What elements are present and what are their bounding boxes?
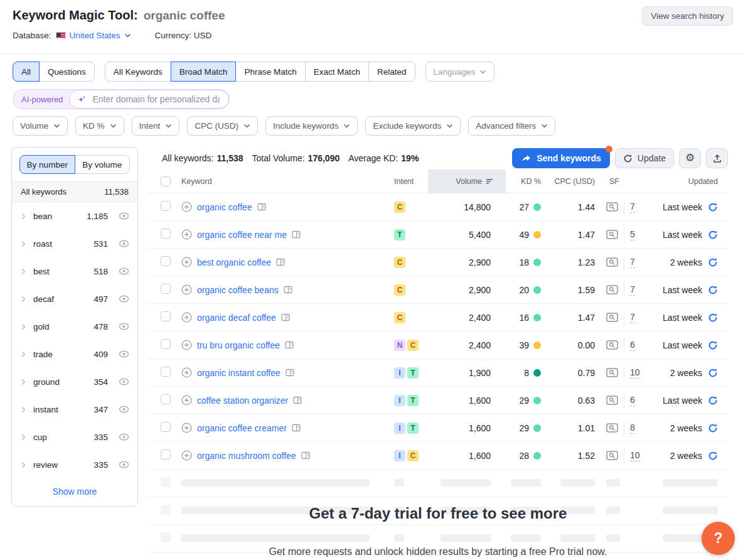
keyword-link[interactable]: coffee station organizer bbox=[197, 396, 288, 406]
sidebar-toggle-by-volume[interactable]: By volume bbox=[75, 155, 131, 174]
eye-icon[interactable] bbox=[119, 212, 129, 220]
refresh-metrics-icon[interactable] bbox=[708, 368, 718, 378]
snippet-preview-icon[interactable] bbox=[284, 286, 292, 294]
row-checkbox[interactable] bbox=[161, 394, 171, 404]
serp-features-icon[interactable] bbox=[606, 368, 618, 377]
eye-icon[interactable] bbox=[119, 377, 129, 386]
chevron-right-icon[interactable] bbox=[20, 406, 27, 413]
keyword-link[interactable]: organic coffee near me bbox=[197, 230, 287, 240]
column-header-updated[interactable]: Updated bbox=[648, 170, 728, 193]
snippet-preview-icon[interactable] bbox=[257, 203, 266, 211]
add-keyword-icon[interactable] bbox=[181, 312, 192, 323]
row-checkbox[interactable] bbox=[161, 284, 171, 294]
filter-cpc-usd-[interactable]: CPC (USD) bbox=[187, 116, 258, 136]
sidebar-toggle-by-number[interactable]: By number bbox=[19, 155, 75, 174]
select-all-checkbox[interactable] bbox=[161, 176, 171, 186]
serp-features-icon[interactable] bbox=[606, 396, 618, 405]
chevron-right-icon[interactable] bbox=[20, 461, 27, 468]
serp-features-icon[interactable] bbox=[606, 230, 618, 239]
sidebar-all-keywords-row[interactable]: All keywords 11,538 bbox=[12, 181, 137, 202]
eye-icon[interactable] bbox=[119, 267, 129, 276]
sf-count[interactable]: 8 bbox=[630, 423, 635, 434]
sf-count[interactable]: 7 bbox=[630, 312, 635, 323]
sf-count[interactable]: 7 bbox=[630, 202, 635, 213]
eye-icon[interactable] bbox=[119, 460, 129, 469]
chevron-right-icon[interactable] bbox=[20, 213, 27, 220]
add-keyword-icon[interactable] bbox=[181, 202, 192, 212]
sf-count[interactable]: 10 bbox=[630, 367, 640, 379]
refresh-metrics-icon[interactable] bbox=[708, 257, 718, 267]
row-checkbox[interactable] bbox=[161, 422, 171, 432]
chevron-right-icon[interactable] bbox=[20, 434, 27, 441]
refresh-metrics-icon[interactable] bbox=[708, 202, 718, 212]
snippet-preview-icon[interactable] bbox=[301, 451, 310, 460]
view-search-history-button[interactable]: View search history bbox=[642, 6, 733, 26]
eye-icon[interactable] bbox=[119, 433, 129, 441]
column-header-volume[interactable]: Volume bbox=[428, 170, 506, 193]
show-more-link[interactable]: Show more bbox=[12, 478, 137, 506]
column-header-kd[interactable]: KD % bbox=[506, 170, 546, 193]
tab-questions[interactable]: Questions bbox=[39, 62, 95, 82]
column-header-sf[interactable]: SF bbox=[601, 170, 648, 193]
snippet-preview-icon[interactable] bbox=[292, 230, 301, 239]
sf-count[interactable]: 10 bbox=[630, 450, 640, 461]
add-keyword-icon[interactable] bbox=[181, 367, 192, 378]
chevron-right-icon[interactable] bbox=[20, 240, 27, 247]
sidebar-group-review[interactable]: review335 bbox=[12, 451, 137, 478]
eye-icon[interactable] bbox=[119, 239, 129, 248]
row-checkbox[interactable] bbox=[161, 229, 171, 239]
snippet-preview-icon[interactable] bbox=[292, 424, 301, 432]
keyword-link[interactable]: best organic coffee bbox=[197, 257, 271, 267]
eye-icon[interactable] bbox=[119, 350, 129, 358]
serp-features-icon[interactable] bbox=[606, 423, 618, 433]
add-keyword-icon[interactable] bbox=[181, 340, 192, 350]
export-button[interactable] bbox=[706, 148, 728, 168]
add-keyword-icon[interactable] bbox=[181, 423, 192, 433]
add-keyword-icon[interactable] bbox=[181, 257, 192, 267]
row-checkbox[interactable] bbox=[161, 339, 171, 349]
serp-features-icon[interactable] bbox=[606, 285, 618, 294]
snippet-preview-icon[interactable] bbox=[285, 341, 294, 349]
refresh-metrics-icon[interactable] bbox=[708, 396, 718, 406]
add-keyword-icon[interactable] bbox=[181, 229, 192, 240]
refresh-metrics-icon[interactable] bbox=[708, 285, 718, 295]
row-checkbox[interactable] bbox=[161, 256, 171, 266]
tab-related[interactable]: Related bbox=[368, 62, 415, 82]
add-keyword-icon[interactable] bbox=[181, 395, 192, 406]
serp-features-icon[interactable] bbox=[606, 313, 618, 322]
sidebar-group-roast[interactable]: roast531 bbox=[12, 230, 137, 257]
serp-features-icon[interactable] bbox=[606, 340, 618, 350]
chevron-right-icon[interactable] bbox=[20, 296, 27, 303]
chevron-right-icon[interactable] bbox=[20, 268, 27, 275]
tab-all[interactable]: All bbox=[13, 62, 40, 82]
refresh-metrics-icon[interactable] bbox=[708, 230, 718, 240]
sidebar-group-cup[interactable]: cup335 bbox=[12, 423, 137, 451]
filter-intent[interactable]: Intent bbox=[132, 116, 180, 136]
sf-count[interactable]: 7 bbox=[630, 257, 635, 268]
chevron-right-icon[interactable] bbox=[20, 351, 27, 358]
sidebar-group-decaf[interactable]: decaf497 bbox=[12, 285, 137, 313]
sf-count[interactable]: 5 bbox=[630, 229, 635, 240]
keyword-link[interactable]: organic decaf coffee bbox=[197, 313, 276, 323]
serp-features-icon[interactable] bbox=[606, 202, 618, 212]
snippet-preview-icon[interactable] bbox=[293, 396, 302, 404]
chevron-right-icon[interactable] bbox=[20, 379, 27, 385]
eye-icon[interactable] bbox=[119, 322, 129, 331]
settings-button[interactable]: ⚙ bbox=[679, 148, 701, 168]
keyword-link[interactable]: tru bru organic coffee bbox=[197, 340, 280, 350]
eye-icon[interactable] bbox=[119, 294, 129, 303]
languages-dropdown[interactable]: Languages bbox=[425, 62, 495, 82]
add-keyword-icon[interactable] bbox=[181, 450, 192, 461]
add-keyword-icon[interactable] bbox=[181, 284, 192, 295]
refresh-metrics-icon[interactable] bbox=[708, 423, 718, 433]
row-checkbox[interactable] bbox=[161, 450, 171, 460]
tab-all-keywords[interactable]: All Keywords bbox=[105, 62, 171, 82]
refresh-metrics-icon[interactable] bbox=[708, 340, 718, 350]
sf-count[interactable]: 6 bbox=[630, 395, 635, 406]
tab-phrase-match[interactable]: Phrase Match bbox=[235, 62, 305, 82]
snippet-preview-icon[interactable] bbox=[276, 258, 285, 266]
sf-count[interactable]: 6 bbox=[630, 340, 635, 351]
refresh-metrics-icon[interactable] bbox=[708, 313, 718, 323]
domain-input[interactable] bbox=[91, 94, 221, 105]
snippet-preview-icon[interactable] bbox=[281, 313, 290, 321]
